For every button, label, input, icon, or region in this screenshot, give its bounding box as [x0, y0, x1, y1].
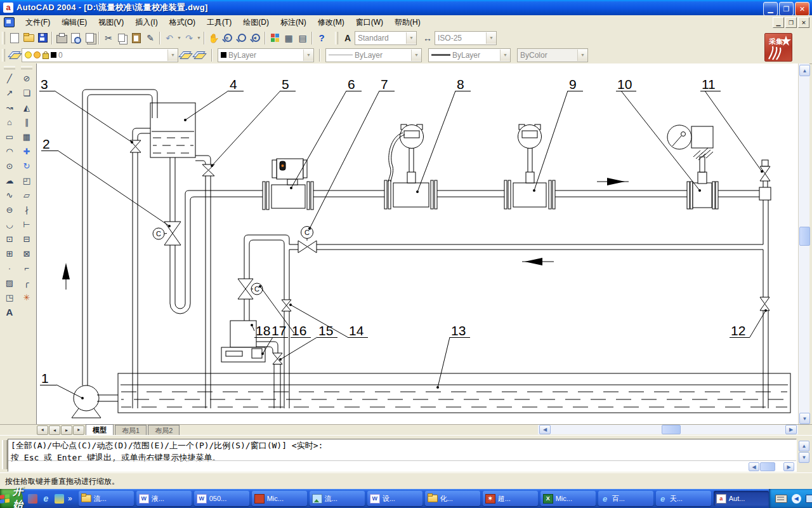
- menu-draw[interactable]: 绘图(D): [237, 15, 275, 30]
- dwg-file-icon[interactable]: [4, 17, 15, 27]
- mtext-tool[interactable]: A: [2, 305, 17, 319]
- hide-icons-chevron-icon[interactable]: ◀: [792, 494, 801, 504]
- open-button[interactable]: [22, 31, 36, 45]
- zoom-previous-button[interactable]: ◂: [249, 31, 263, 45]
- polyline-tool[interactable]: ↝: [2, 100, 17, 115]
- layer-manager-button[interactable]: [8, 48, 22, 62]
- combo-arrow-icon[interactable]: ▼: [486, 32, 496, 44]
- array-tool[interactable]: ▦: [19, 130, 34, 144]
- tool-palettes-button[interactable]: ▤: [296, 31, 310, 45]
- revcloud-tool[interactable]: ☁: [2, 173, 17, 188]
- zoom-window-button[interactable]: [235, 31, 249, 45]
- layer-lock-icon[interactable]: [43, 53, 49, 59]
- tab-first-button[interactable]: ⯇: [37, 425, 48, 435]
- make-block-tool[interactable]: ⊞: [2, 246, 17, 261]
- print-preview-button[interactable]: [69, 31, 82, 45]
- task-button[interactable]: 流...: [310, 491, 365, 506]
- layer-freeze-icon[interactable]: [34, 51, 41, 58]
- redo-dropdown[interactable]: ▼: [196, 31, 202, 45]
- new-button[interactable]: [8, 31, 22, 45]
- line-tool[interactable]: ╱: [2, 71, 17, 86]
- child-close-button[interactable]: ✕: [798, 17, 809, 28]
- circle-tool[interactable]: ⊙: [2, 159, 17, 173]
- menu-edit[interactable]: 编辑(E): [56, 15, 93, 30]
- insert-block-tool[interactable]: ⊡: [2, 232, 17, 246]
- print-button[interactable]: [55, 31, 69, 45]
- styles-toolbar-grip[interactable]: [335, 32, 338, 44]
- tab-next-button[interactable]: ▸: [61, 425, 72, 435]
- designcenter-button[interactable]: ▦: [282, 31, 296, 45]
- combo-arrow-icon[interactable]: ▼: [406, 32, 416, 44]
- task-button[interactable]: W设...: [367, 491, 422, 506]
- explode-tool[interactable]: ✳: [19, 290, 34, 305]
- rotate-tool[interactable]: ↻: [19, 159, 34, 173]
- tab-prev-button[interactable]: ◂: [49, 425, 60, 435]
- command-input-line[interactable]: [8, 460, 796, 471]
- scroll-up-icon[interactable]: ▲: [799, 65, 810, 76]
- network-status-icon[interactable]: [806, 495, 812, 503]
- trim-tool[interactable]: ∤: [19, 203, 34, 217]
- color-combo[interactable]: ByLayer ▼: [218, 48, 314, 62]
- layer-on-bulb-icon[interactable]: [25, 51, 32, 58]
- show-desktop-icon[interactable]: [55, 494, 64, 504]
- copy-tool[interactable]: ❏: [19, 86, 34, 100]
- child-minimize-button[interactable]: ▁: [773, 17, 784, 28]
- horizontal-scroll-thumb[interactable]: [662, 425, 681, 434]
- linetype-combo[interactable]: ByLayer ▼: [325, 48, 422, 62]
- close-button[interactable]: ✕: [795, 2, 809, 16]
- combo-arrow-icon[interactable]: ▼: [577, 50, 587, 61]
- combo-arrow-icon[interactable]: ▼: [167, 50, 178, 61]
- layers-toolbar-grip[interactable]: [2, 49, 5, 62]
- task-button[interactable]: e百...: [598, 491, 653, 506]
- internet-explorer-icon[interactable]: e: [41, 494, 51, 504]
- polygon-tool[interactable]: ⌂: [2, 115, 17, 130]
- task-button[interactable]: ✶超...: [483, 491, 538, 506]
- command-text-area[interactable]: [全部(A)/中心点(C)/动态(D)/范围(E)/上一个(P)/比例(S)/窗…: [8, 439, 797, 472]
- lineweight-combo[interactable]: ByLayer ▼: [428, 48, 511, 62]
- menu-tools[interactable]: 工具(T): [201, 15, 237, 30]
- zoom-realtime-button[interactable]: ±: [221, 31, 235, 45]
- command-scroll-up-icon[interactable]: ▲: [799, 441, 809, 451]
- redo-button[interactable]: ↷: [182, 31, 196, 45]
- scroll-down-icon[interactable]: ▼: [799, 413, 810, 424]
- menu-format[interactable]: 格式(O): [164, 15, 201, 30]
- keyboard-layout-icon[interactable]: [775, 495, 787, 503]
- plot-style-combo[interactable]: ByColor ▼: [517, 48, 588, 62]
- undo-button[interactable]: ↶: [162, 31, 176, 45]
- toolbar-grip[interactable]: [2, 32, 5, 44]
- quicklaunch-app-icon[interactable]: [28, 494, 37, 504]
- combo-arrow-icon[interactable]: ▼: [500, 50, 510, 61]
- start-button[interactable]: 开始: [0, 489, 23, 508]
- command-window-grip[interactable]: [2, 440, 8, 469]
- dim-style-button[interactable]: ↔: [421, 31, 435, 45]
- combo-arrow-icon[interactable]: ▼: [303, 50, 313, 61]
- cut-button[interactable]: ✂: [102, 31, 115, 45]
- stretch-tool[interactable]: ▱: [19, 188, 34, 203]
- tab-layout1[interactable]: 布局1: [115, 425, 147, 436]
- scroll-right-icon[interactable]: ▶: [785, 425, 797, 434]
- command-scroll-right-icon[interactable]: ▶: [783, 462, 794, 471]
- region-tool[interactable]: ◳: [2, 290, 17, 305]
- ellipse-tool[interactable]: ⊖: [2, 203, 17, 217]
- arc-tool[interactable]: ◠: [2, 144, 17, 159]
- combo-arrow-icon[interactable]: ▼: [411, 50, 421, 61]
- command-scroll-thumb[interactable]: [760, 462, 775, 471]
- tab-model[interactable]: 模型: [86, 424, 114, 435]
- text-style-combo[interactable]: Standard▼: [355, 31, 417, 45]
- ellipse-arc-tool[interactable]: ◡: [2, 217, 17, 232]
- drawing-canvas[interactable]: C C C 1 2 3 4 5 6 7 8 9 10 11 12: [36, 64, 799, 424]
- task-button[interactable]: 流...: [79, 491, 134, 506]
- menu-window[interactable]: 窗口(W): [350, 15, 389, 30]
- scroll-left-icon[interactable]: ◀: [539, 425, 551, 434]
- save-button[interactable]: [36, 31, 49, 45]
- move-tool[interactable]: ✚: [19, 144, 34, 159]
- tab-layout2[interactable]: 布局2: [148, 425, 180, 436]
- mirror-tool[interactable]: ◭: [19, 100, 34, 115]
- fillet-tool[interactable]: ╭: [19, 276, 34, 290]
- canvas-horizontal-scrollbar[interactable]: ◀ ▶: [538, 425, 798, 434]
- dim-style-combo[interactable]: ISO-25▼: [435, 31, 497, 45]
- restore-button[interactable]: ❐: [779, 2, 794, 16]
- offset-tool[interactable]: ∥: [19, 115, 34, 130]
- menu-file[interactable]: 文件(F): [20, 15, 56, 30]
- break-point-tool[interactable]: ⊟: [19, 232, 34, 246]
